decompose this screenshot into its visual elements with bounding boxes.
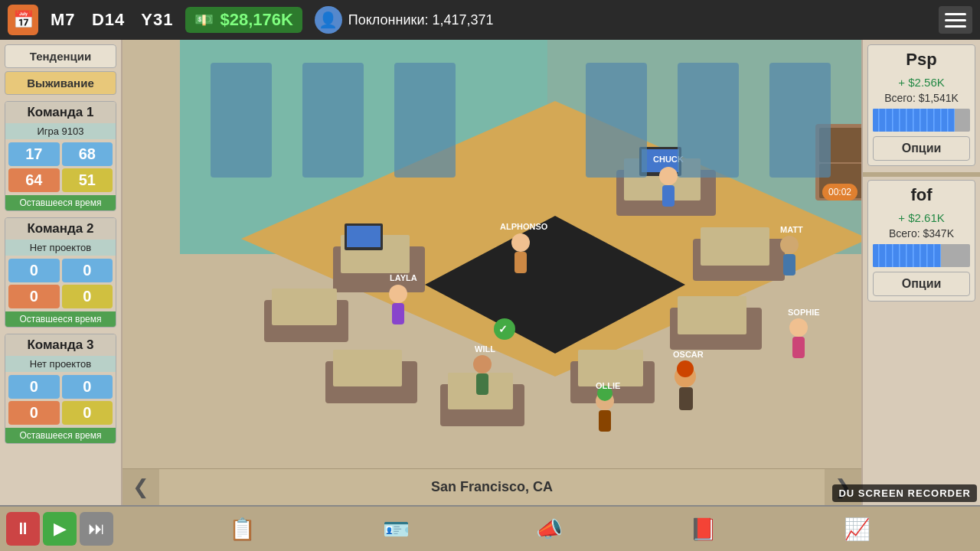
menu-button[interactable] <box>939 6 972 34</box>
svg-rect-20 <box>701 227 769 266</box>
right-panel: Psp + $2.56K Всего: $1,541K Опции fof + … <box>861 40 980 505</box>
game-psp-progress <box>873 109 970 132</box>
left-panel: Тенденции Выживание Команда 1 Игра 9103 … <box>0 40 122 505</box>
team-1-stats: 17 68 64 51 <box>5 139 116 195</box>
game-fof-title: fof <box>868 181 975 210</box>
team-3-stat-3: 0 <box>8 401 60 425</box>
svg-rect-59 <box>586 63 647 178</box>
stats-icon[interactable]: 📈 <box>839 510 876 547</box>
svg-rect-12 <box>333 350 402 386</box>
day-label: D <box>92 10 105 29</box>
team-2-stat-1: 0 <box>8 259 60 282</box>
fans-label: Поклонники: 1,417,371 <box>348 12 494 28</box>
game-fof-options-button[interactable]: Опции <box>873 272 970 296</box>
game-fof-progress <box>873 244 970 267</box>
svg-point-25 <box>659 167 678 185</box>
team-2-section: Команда 2 Нет проектов 0 0 0 0 Оставшеес… <box>5 217 116 328</box>
svg-text:OLLIE: OLLIE <box>596 381 620 390</box>
menu-line-1 <box>945 13 966 15</box>
menu-line-2 <box>945 19 966 21</box>
fast-forward-button[interactable]: ⏭ <box>80 512 113 546</box>
team-1-header: Команда 1 <box>5 102 116 123</box>
game-psp-options-button[interactable]: Опции <box>873 136 970 161</box>
office-scene: CHUCK ALPHONSO LAYLA MATT SOPHIE WILL OL… <box>122 40 980 505</box>
marketing-icon[interactable]: 📣 <box>531 510 568 547</box>
team-3-header: Команда 3 <box>5 334 116 356</box>
money-display: 💵 $28,176K <box>185 7 302 33</box>
fans-display: 👤 Поклонники: 1,417,371 <box>315 6 494 34</box>
play-button[interactable]: ▶ <box>43 512 77 546</box>
year-label: Y <box>141 10 153 29</box>
game-fof-fill <box>873 244 941 267</box>
svg-rect-48 <box>679 387 693 410</box>
svg-text:MATT: MATT <box>780 225 803 234</box>
team-2-project: Нет проектов <box>5 240 116 256</box>
team-1-project: Игра 9103 <box>5 123 116 139</box>
svg-rect-61 <box>769 63 831 178</box>
day-val: 14 <box>105 10 125 29</box>
team-1-stat-4: 51 <box>62 168 113 192</box>
game-psp-revenue: + $2.56K <box>868 74 975 90</box>
main-office-area[interactable]: CHUCK ALPHONSO LAYLA MATT SOPHIE WILL OL… <box>122 40 980 505</box>
panel-divider <box>863 172 980 177</box>
svg-point-28 <box>511 233 530 252</box>
game-psp-total: Всего: $1,541K <box>868 90 975 106</box>
month-label: M <box>51 10 65 29</box>
svg-point-40 <box>473 355 492 373</box>
svg-text:✓: ✓ <box>498 323 508 335</box>
team-3-stat-2: 0 <box>62 375 113 399</box>
money-value: $28,176K <box>220 10 292 30</box>
team-3-time: Оставшееся время <box>5 428 116 443</box>
svg-rect-8 <box>347 226 381 247</box>
bottom-bar: ⏸ ▶ ⏭ 📋 🪪 📣 📕 📈 <box>0 505 980 551</box>
game-psp-title: Psp <box>868 45 975 74</box>
svg-rect-29 <box>514 252 527 273</box>
svg-rect-41 <box>476 373 488 395</box>
location-prev-button[interactable]: ❮ <box>122 469 159 506</box>
game-fof-revenue: + $2.61K <box>868 210 975 226</box>
svg-rect-10 <box>272 289 337 325</box>
library-icon[interactable]: 📕 <box>685 510 722 547</box>
team-3-stat-1: 0 <box>8 375 60 399</box>
game-fof-total: Всего: $347K <box>868 226 975 241</box>
svg-rect-22 <box>678 296 746 334</box>
team-2-stat-2: 0 <box>62 259 113 282</box>
svg-rect-58 <box>394 63 456 178</box>
team-1-section: Команда 1 Игра 9103 17 68 64 51 Оставшее… <box>5 101 116 211</box>
svg-point-37 <box>789 318 808 337</box>
menu-line-3 <box>945 25 966 28</box>
svg-text:ALPHONSO: ALPHONSO <box>500 222 548 231</box>
team-3-section: Команда 3 Нет проектов 0 0 0 0 Оставшеес… <box>5 334 116 444</box>
team-3-project: Нет проектов <box>5 356 116 372</box>
top-bar: 📅 M7 D14 Y31 💵 $28,176K 👤 Поклонники: 1,… <box>0 0 980 40</box>
bottom-nav-icons: 📋 🪪 📣 📕 📈 <box>119 510 980 547</box>
timer-badge: 00:02 <box>822 184 858 201</box>
date-display: M7 D14 Y31 <box>51 10 173 30</box>
pause-button[interactable]: ⏸ <box>6 512 40 546</box>
survive-button[interactable]: Выживание <box>5 71 116 95</box>
calendar-icon[interactable]: 📅 <box>8 5 38 35</box>
staff-icon[interactable]: 🪪 <box>377 510 414 547</box>
team-1-stat-1: 17 <box>8 142 60 166</box>
svg-rect-44 <box>599 410 611 432</box>
playback-controls: ⏸ ▶ ⏭ <box>0 512 119 546</box>
fans-icon: 👤 <box>315 6 342 34</box>
team-3-stats: 0 0 0 0 <box>5 372 116 428</box>
team-1-stat-2: 68 <box>62 142 113 166</box>
team-3-stat-4: 0 <box>62 401 113 425</box>
trends-button[interactable]: Тенденции <box>5 44 116 68</box>
month-val: 7 <box>65 10 75 29</box>
svg-rect-60 <box>678 63 739 178</box>
year-val: 31 <box>153 10 173 29</box>
svg-rect-57 <box>302 63 364 178</box>
svg-rect-38 <box>792 337 805 358</box>
svg-text:OSCAR: OSCAR <box>673 350 704 359</box>
svg-text:LAYLA: LAYLA <box>390 273 417 282</box>
team-2-time: Оставшееся время <box>5 311 116 327</box>
svg-point-31 <box>389 285 407 303</box>
team-1-stat-3: 64 <box>8 168 60 192</box>
tasks-icon[interactable]: 📋 <box>224 510 260 547</box>
svg-text:WILL: WILL <box>475 344 495 354</box>
svg-rect-56 <box>211 63 272 178</box>
svg-rect-32 <box>392 303 404 324</box>
